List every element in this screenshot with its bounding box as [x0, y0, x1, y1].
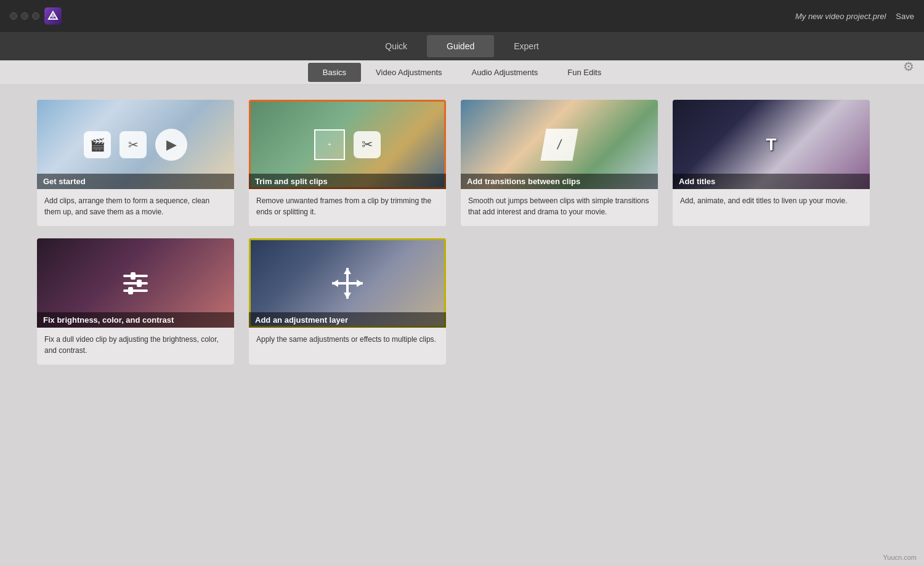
sub-tab-basics[interactable]: Basics	[308, 63, 361, 82]
svg-point-1	[51, 14, 55, 18]
maximize-button[interactable]	[32, 12, 39, 20]
brightness-icons	[123, 275, 148, 292]
card-adjustment-layer[interactable]: Add an adjustment layer Apply the same a…	[249, 238, 446, 365]
card-title-add-titles: Add titles	[673, 174, 870, 189]
card-desc-get-started: Add clips, arrange them to form a sequen…	[37, 189, 234, 226]
card-thumb-adjustment-layer: Add an adjustment layer	[249, 238, 446, 328]
get-started-icons: 🎬 ✂ ▶	[84, 129, 187, 161]
sub-tab-fun-edits[interactable]: Fun Edits	[553, 63, 616, 82]
titlebar: My new video project.prel Save	[0, 0, 924, 32]
card-row-2: Fix brightness, color, and contrast Fix …	[37, 238, 887, 365]
titles-icons: T	[766, 135, 776, 155]
title-text-icon: T	[766, 135, 776, 155]
card-get-started[interactable]: 🎬 ✂ ▶ Get started Add clips, arrange the…	[37, 100, 234, 226]
tab-guided[interactable]: Guided	[427, 35, 494, 57]
titlebar-right: My new video project.prel Save	[795, 12, 914, 21]
card-fix-brightness[interactable]: Fix brightness, color, and contrast Fix …	[37, 238, 234, 365]
card-desc-adjustment-layer: Apply the same adjustments or effects to…	[249, 328, 446, 354]
card-thumb-transitions: / Add transitions between clips	[461, 100, 658, 189]
card-desc-transitions: Smooth out jumps between clips with simp…	[461, 189, 658, 226]
trim-icons: + ✂	[314, 129, 381, 160]
transitions-icons: /	[543, 129, 575, 161]
card-thumb-add-titles: T Add titles	[673, 100, 870, 189]
card-title-adjustment-layer: Add an adjustment layer	[249, 312, 446, 328]
play-icon: ▶	[155, 129, 187, 161]
sliders-icon	[123, 275, 148, 292]
card-title-trim-split: Trim and split clips	[249, 174, 446, 189]
card-title-fix-brightness: Fix brightness, color, and contrast	[37, 312, 234, 328]
card-desc-add-titles: Add, animate, and edit titles to liven u…	[673, 189, 870, 215]
card-add-titles[interactable]: T Add titles Add, animate, and edit titl…	[673, 100, 870, 226]
sub-tab-audio-adjustments[interactable]: Audio Adjustments	[457, 63, 553, 82]
project-name: My new video project.prel	[795, 12, 886, 21]
sub-tab-video-adjustments[interactable]: Video Adjustments	[361, 63, 456, 82]
card-desc-fix-brightness: Fix a dull video clip by adjusting the b…	[37, 328, 234, 365]
save-button[interactable]: Save	[896, 12, 914, 21]
minimize-button[interactable]	[21, 12, 28, 20]
titlebar-left	[10, 7, 62, 25]
settings-icon[interactable]: ⚙	[903, 59, 914, 74]
card-thumb-trim-split: + ✂ Trim and split clips	[249, 100, 446, 189]
main-content: 🎬 ✂ ▶ Get started Add clips, arrange the…	[0, 85, 924, 379]
card-transitions[interactable]: / Add transitions between clips Smooth o…	[461, 100, 658, 226]
scissors-icon: ✂	[120, 131, 147, 158]
tab-expert[interactable]: Expert	[494, 35, 558, 57]
card-thumb-fix-brightness: Fix brightness, color, and contrast	[37, 238, 234, 328]
app-icon	[44, 7, 62, 25]
card-thumb-get-started: 🎬 ✂ ▶ Get started	[37, 100, 234, 189]
cut-icon: ✂	[354, 131, 381, 158]
tab-quick[interactable]: Quick	[365, 35, 427, 57]
traffic-lights	[10, 12, 39, 20]
adjustment-icons	[329, 265, 366, 302]
card-desc-trim-split: Remove unwanted frames from a clip by tr…	[249, 189, 446, 226]
transition-icon: /	[540, 129, 578, 161]
card-title-get-started: Get started	[37, 174, 234, 189]
film-icon: 🎬	[84, 131, 111, 158]
card-trim-split[interactable]: + ✂ Trim and split clips Remove unwanted…	[249, 100, 446, 226]
nav-bar: Quick Guided Expert	[0, 32, 924, 60]
watermark: Yuucn.com	[883, 554, 917, 561]
card-row-1: 🎬 ✂ ▶ Get started Add clips, arrange the…	[37, 100, 887, 226]
card-title-transitions: Add transitions between clips	[461, 174, 658, 189]
close-button[interactable]	[10, 12, 17, 20]
sub-nav: Basics Video Adjustments Audio Adjustmen…	[0, 60, 924, 85]
move-icon	[329, 265, 366, 302]
